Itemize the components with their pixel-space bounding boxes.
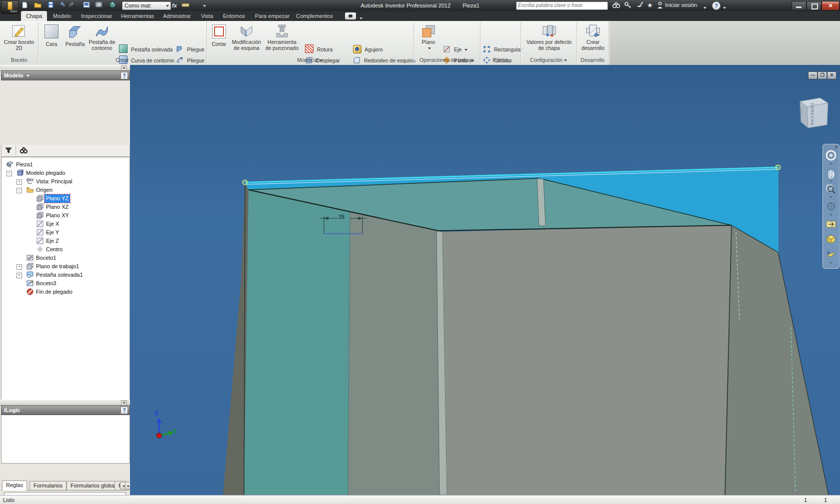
expand-icon[interactable]: + (16, 273, 22, 278)
orbit-icon[interactable] (825, 200, 837, 212)
tab-para-empezar[interactable]: Para empezar (250, 11, 294, 21)
eje-caret[interactable] (464, 49, 468, 51)
tree-item-plano-yz[interactable]: Plano YZ (2, 194, 128, 203)
rotura-button[interactable]: Rotura (305, 44, 332, 54)
modificacion-esquina-button[interactable]: Modificación de esquina (230, 22, 263, 55)
doc-close-button[interactable]: ✕ (827, 71, 836, 79)
doc-restore-button[interactable]: ❒ (818, 71, 827, 79)
communication-center-icon[interactable] (612, 1, 621, 9)
navbar-close-icon[interactable]: ✕ (834, 145, 838, 149)
tab-herramientas[interactable]: Herramientas (116, 11, 159, 21)
tree-item-modelo-plegado[interactable]: − Modelo plegado (2, 169, 128, 177)
tree-item-plano-trabajo1[interactable]: + Plano de trabajo1 (2, 262, 128, 271)
key-icon[interactable] (624, 1, 633, 9)
create-sketch-button[interactable]: Crear boceto 2D (2, 22, 36, 55)
browser-title-bar[interactable]: Modelo ? (1, 70, 130, 80)
save-icon[interactable] (46, 1, 55, 9)
sign-in-button[interactable]: Iniciar sesión (665, 2, 697, 8)
update-icon[interactable] (108, 1, 117, 9)
redo-icon[interactable] (68, 1, 77, 9)
favorites-star-icon[interactable]: ★ (647, 1, 656, 9)
cortar-button[interactable]: Cortar (209, 22, 229, 55)
tab-administrar[interactable]: Administrar (158, 11, 196, 21)
qat-customize-caret[interactable] (199, 1, 208, 9)
pan-caret[interactable] (830, 180, 832, 182)
parameters-fx-icon[interactable]: fx (170, 1, 179, 9)
wall-right[interactable] (725, 225, 828, 495)
image-icon[interactable] (94, 1, 103, 9)
tab-chapa[interactable]: Chapa (21, 11, 47, 21)
tree-item-boceto1[interactable]: Boceto1 (2, 254, 128, 262)
look-at-icon[interactable] (825, 218, 837, 230)
navigation-wheel-icon[interactable] (825, 149, 837, 161)
plano-caret[interactable] (428, 47, 431, 49)
open-folder-icon[interactable] (33, 1, 42, 9)
tree-item-centro[interactable]: Centro (2, 245, 128, 254)
media-icon[interactable] (345, 12, 356, 19)
wall-front-left-teal[interactable] (244, 190, 350, 495)
tab-entornos[interactable]: Entornos (218, 11, 250, 21)
rectangular-button[interactable]: Rectangular (483, 44, 522, 54)
plano-button[interactable]: Plano (417, 22, 440, 55)
tree-item-plano-xy[interactable]: Plano XY (2, 211, 128, 220)
material-combo[interactable]: Como mat: (122, 1, 171, 10)
satellite-icon[interactable] (636, 1, 645, 9)
tree-item-pieza1[interactable]: Pieza1 (2, 160, 128, 169)
tree-item-vista-principal[interactable]: + Vista: Principal (2, 177, 128, 186)
collapse-icon[interactable]: − (16, 188, 22, 193)
zoom-caret[interactable] (830, 196, 832, 198)
tree-item-eje-z[interactable]: Eje Z (2, 237, 128, 245)
configuracion-flyout-caret[interactable] (564, 59, 567, 61)
new-file-icon[interactable] (20, 1, 29, 9)
expand-icon[interactable]: + (16, 264, 22, 270)
tree-item-eje-x[interactable]: Eje X (2, 220, 128, 228)
navbar-caret[interactable] (830, 262, 832, 264)
tree-item-eje-y[interactable]: Eje Y (2, 228, 128, 237)
viewcube-right-label[interactable]: DERECHA (810, 103, 814, 126)
tree-item-boceto3[interactable]: Boceto3 (2, 279, 128, 288)
pan-icon[interactable] (825, 167, 837, 179)
wall-front-right[interactable] (442, 225, 732, 495)
sign-in-caret[interactable] (702, 4, 706, 10)
expand-icon[interactable]: + (16, 179, 22, 185)
pestana-solevada-button[interactable]: Pestaña solevada (119, 44, 172, 54)
close-button[interactable]: ✕ (822, 1, 840, 10)
wall-front-left-gray[interactable] (348, 211, 441, 495)
ilogic-tab-reglas[interactable]: Reglas (2, 481, 27, 491)
help-caret[interactable] (722, 4, 726, 10)
material-combo-caret[interactable] (166, 5, 169, 7)
tree-item-fin-de-plegado[interactable]: Fin de plegado (2, 288, 128, 296)
valores-defecto-button[interactable]: Valores por defecto de chapa (523, 22, 575, 55)
minimize-button[interactable] (792, 1, 806, 10)
modificar-flyout-caret[interactable] (320, 59, 323, 61)
measure-icon[interactable] (181, 1, 190, 9)
sketch-endpoint-right[interactable] (776, 165, 780, 170)
graphics-viewport[interactable]: 25 Z Y — ❒ ✕ DERECHA TRA ✕ (130, 65, 840, 495)
browser-title-caret[interactable] (26, 75, 30, 77)
ilogic-help-icon[interactable]: ? (120, 407, 128, 414)
sketch-endpoint-left[interactable] (243, 180, 248, 185)
media-caret[interactable] (358, 15, 362, 21)
tree-item-origen[interactable]: − Origen (2, 186, 128, 194)
eje-button[interactable]: Eje (443, 44, 468, 54)
agujero-button[interactable]: Agujero (353, 44, 383, 54)
search-input[interactable] (516, 2, 606, 8)
tab-vista[interactable]: Vista (196, 11, 218, 21)
sketch-view-icon[interactable] (82, 1, 91, 9)
crear-desarrollo-button[interactable]: Crear desarrollo (578, 22, 608, 55)
collapse-icon[interactable]: − (6, 171, 12, 176)
doc-minimize-button[interactable]: — (808, 71, 818, 79)
pliegue1-button[interactable]: Pliegue (176, 44, 204, 54)
dimension-value[interactable]: 25 (339, 214, 344, 220)
zoom-icon[interactable] (825, 183, 837, 195)
pestana-contorno-button[interactable]: Pestaña de contorno (88, 22, 116, 55)
pestana-button[interactable]: Pestaña (63, 22, 87, 55)
undo-icon[interactable] (57, 1, 66, 9)
tree-item-pestana-solevada1[interactable]: + Pestaña solevada1 (2, 271, 128, 279)
browser-help-icon[interactable]: ? (120, 72, 128, 79)
user-icon[interactable] (656, 1, 666, 9)
ilogic-title-bar[interactable]: iLogic ? (1, 405, 130, 415)
viewcube[interactable]: DERECHA TRA (792, 96, 832, 132)
navigation-bar[interactable]: ✕ (822, 144, 840, 269)
search-box[interactable] (516, 1, 608, 10)
